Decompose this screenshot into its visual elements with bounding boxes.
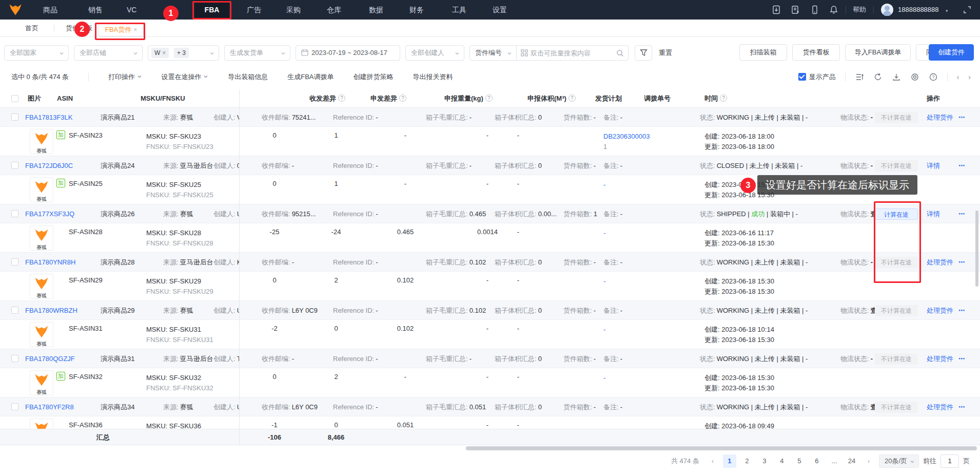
nav-item-data[interactable]: 数据: [369, 0, 383, 20]
transfer-no-link[interactable]: -: [603, 277, 605, 285]
more-actions-link[interactable]: ⋯: [958, 349, 966, 368]
more-actions-link[interactable]: ⋯: [958, 301, 966, 320]
transfer-no-link[interactable]: -: [603, 326, 605, 333]
row-checkbox[interactable]: [11, 113, 18, 121]
transfer-no-link[interactable]: -: [603, 374, 605, 382]
nav-item-settings[interactable]: 设置: [493, 0, 507, 20]
next-page-icon[interactable]: ›: [863, 454, 875, 468]
export-customs-docs[interactable]: 导出报关资料: [413, 72, 453, 82]
row-action-link[interactable]: 详情: [927, 204, 940, 223]
row-height-icon[interactable]: [855, 72, 864, 82]
tab-fba-shipment[interactable]: FBA货件×: [99, 23, 144, 36]
row-action-link[interactable]: 处理货件: [927, 108, 953, 127]
download-center-icon[interactable]: [772, 5, 781, 14]
remove-tag-icon[interactable]: ×: [162, 49, 166, 56]
page-ellipsis[interactable]: ...: [828, 454, 841, 468]
scroll-left-icon[interactable]: ‹: [957, 73, 959, 81]
nav-item-vc[interactable]: VC: [127, 0, 136, 20]
page-3[interactable]: 3: [758, 454, 771, 468]
page-1[interactable]: 1: [723, 454, 736, 468]
shipment-code-link[interactable]: FBA177XSF3JQ: [25, 204, 74, 223]
transfer-no-link[interactable]: -: [603, 229, 605, 237]
refresh-icon[interactable]: [873, 72, 883, 82]
info-icon[interactable]: ?: [338, 94, 345, 102]
batch-grid-icon[interactable]: [521, 49, 528, 56]
shipment-code-link[interactable]: FBA1780YF2R8: [25, 397, 74, 416]
checked-checkbox-icon[interactable]: [798, 73, 806, 81]
search-input[interactable]: [531, 46, 607, 60]
fullscreen-icon[interactable]: [963, 5, 972, 14]
shipment-board-button[interactable]: 货件看板: [792, 44, 840, 61]
row-checkbox[interactable]: [11, 258, 18, 266]
row-checkbox[interactable]: [11, 162, 18, 169]
reset-button[interactable]: 重置: [659, 45, 672, 61]
more-actions-link[interactable]: ⋯: [958, 204, 966, 223]
more-actions-link[interactable]: ⋯: [958, 397, 966, 416]
avatar[interactable]: [881, 4, 893, 16]
bell-icon[interactable]: [829, 5, 838, 14]
shipment-code-link[interactable]: FBA172JD6J0C: [25, 156, 73, 175]
nav-item-warehouse[interactable]: 仓库: [327, 0, 341, 20]
nav-item-fba[interactable]: FBA: [194, 0, 229, 20]
info-icon[interactable]: ?: [720, 94, 727, 102]
nav-item-finance[interactable]: 财务: [409, 0, 424, 20]
row-action-link[interactable]: 处理货件: [927, 349, 953, 368]
transit-setting-menu[interactable]: 设置在途操作: [162, 72, 209, 82]
close-icon[interactable]: ×: [133, 26, 137, 33]
prev-page-icon[interactable]: ‹: [707, 454, 719, 468]
row-action-link[interactable]: 处理货件: [927, 253, 953, 272]
tag-multiselect[interactable]: W× + 3: [148, 45, 219, 61]
transfer-no-link[interactable]: DB2306300003: [603, 132, 650, 140]
store-select[interactable]: 全部店铺: [74, 45, 143, 61]
filter-funnel-button[interactable]: [635, 45, 652, 61]
nav-item-tools[interactable]: 工具: [452, 0, 466, 20]
feedback-icon[interactable]: [791, 5, 800, 14]
horizontal-scrollbar[interactable]: [466, 446, 977, 450]
show-product-toggle[interactable]: 显示产品: [798, 72, 836, 82]
row-checkbox[interactable]: [11, 403, 18, 410]
settings-icon[interactable]: [910, 72, 919, 82]
shipment-code-link[interactable]: FBA17813F3LK: [25, 108, 73, 126]
shipment-code-link[interactable]: FBA1780YNR8H: [25, 253, 75, 271]
generate-fba-transfer[interactable]: 生成FBA调拨单: [287, 72, 334, 82]
vertical-scrollbar[interactable]: [975, 211, 978, 287]
more-actions-link[interactable]: ⋯: [958, 108, 966, 127]
more-tags-chip[interactable]: + 3: [174, 48, 189, 58]
country-select[interactable]: 全部国家: [4, 45, 69, 61]
scroll-right-icon[interactable]: ›: [968, 73, 971, 81]
help-link[interactable]: 帮助: [853, 0, 866, 20]
help-circle-icon[interactable]: ?: [929, 72, 938, 82]
search-type-select[interactable]: 货件编号: [469, 45, 517, 61]
nav-item-ads[interactable]: 广告: [247, 0, 261, 20]
info-icon[interactable]: ?: [485, 94, 493, 102]
row-checkbox[interactable]: [11, 355, 18, 362]
row-action-link[interactable]: 详情: [927, 156, 940, 175]
brand-fox-logo-icon[interactable]: [8, 3, 23, 17]
transfer-no-link[interactable]: -: [603, 181, 605, 188]
creator-select[interactable]: 全部创建人: [405, 45, 464, 61]
info-icon[interactable]: ?: [399, 94, 406, 102]
page-24[interactable]: 24: [845, 454, 858, 468]
export-box-info[interactable]: 导出装箱信息: [228, 72, 268, 82]
shipment-code-link[interactable]: FBA1780QGZJF: [25, 349, 75, 368]
create-shipment-button[interactable]: 创建货件: [929, 44, 974, 61]
account-caret-icon[interactable]: ▾: [946, 8, 948, 13]
mobile-app-icon[interactable]: [810, 5, 819, 14]
print-menu[interactable]: 打印操作: [108, 72, 142, 82]
row-action-link[interactable]: 处理货件: [927, 397, 953, 416]
nav-item-sales[interactable]: 销售: [88, 0, 103, 20]
date-range-picker[interactable]: 2023-07-19 ~ 2023-08-17: [296, 45, 400, 61]
goto-page-input[interactable]: 1: [940, 454, 959, 468]
import-fba-transfer-button[interactable]: 导入FBA调拨单: [845, 44, 911, 61]
selected-tag-chip[interactable]: W×: [151, 48, 169, 58]
nav-item-purchase[interactable]: 采购: [286, 0, 301, 20]
search-icon[interactable]: [616, 49, 624, 57]
create-consolidation-strategy[interactable]: 创建拼货策略: [354, 72, 394, 82]
shipment-code-link[interactable]: FBA1780WRBZH: [25, 301, 77, 319]
select-all-checkbox[interactable]: [11, 95, 18, 102]
nav-item-products[interactable]: 商品: [43, 0, 57, 20]
row-action-link[interactable]: 处理货件: [927, 301, 953, 320]
account-phone[interactable]: 18888888888: [898, 0, 939, 20]
export-download-icon[interactable]: [892, 72, 901, 82]
page-size-select[interactable]: 20条/页: [879, 454, 919, 468]
